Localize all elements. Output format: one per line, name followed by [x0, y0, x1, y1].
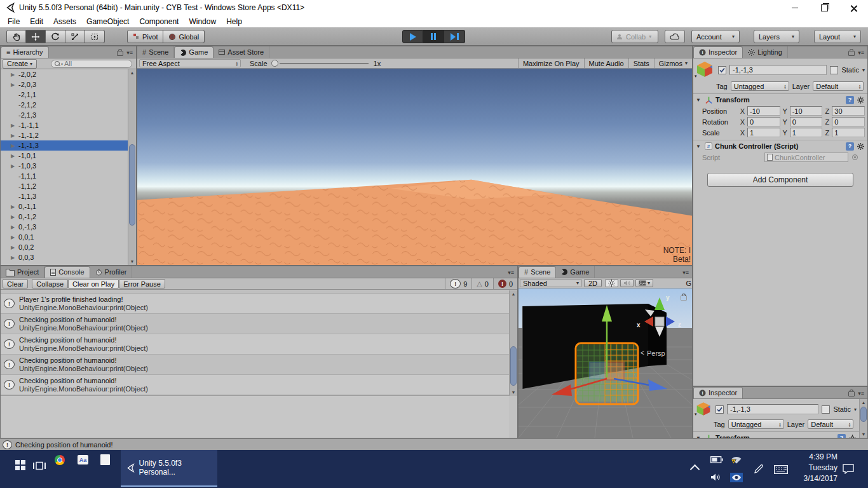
console-scrollbar[interactable]: ▲ ▼	[509, 290, 517, 396]
tab-asset-store[interactable]: Asset Store	[214, 46, 269, 58]
expand-arrow-icon[interactable]: ▶	[11, 123, 18, 128]
hierarchy-item[interactable]: -2,1,1	[1, 90, 136, 100]
hierarchy-item[interactable]: ▶-2,0,2	[1, 69, 136, 79]
tag-dropdown[interactable]: Untagged ▴▾	[728, 419, 784, 429]
lock-icon[interactable]	[848, 51, 855, 56]
tab-lighting[interactable]: Lighting	[743, 46, 788, 58]
rotation-x-field[interactable]: 0	[747, 117, 780, 126]
expand-arrow-icon[interactable]: ▶	[11, 234, 18, 240]
expand-arrow-icon[interactable]: ▶	[11, 214, 18, 220]
menu-file[interactable]: File	[3, 17, 25, 26]
object-picker-icon[interactable]	[851, 154, 858, 161]
chunk-controller-header[interactable]: ▼ # Chunk Controller (Script) ?	[693, 140, 867, 152]
scale-x-field[interactable]: 1	[747, 128, 780, 137]
menu-edit[interactable]: Edit	[25, 17, 48, 26]
scene-viewport[interactable]: y x z < Persp	[519, 288, 692, 438]
dictionary-taskbar-button[interactable]: Aa	[78, 455, 88, 464]
scrollbar-thumb[interactable]	[129, 144, 135, 226]
panel-menu-icon[interactable]: ▾≡	[508, 269, 514, 276]
scale-slider-knob[interactable]	[271, 60, 278, 67]
volume-tray-icon[interactable]	[710, 473, 721, 482]
gameobject-name-field[interactable]: -1,-1,3	[729, 65, 827, 75]
menu-help[interactable]: Help	[221, 17, 247, 26]
tab-game-mini[interactable]: Game	[556, 266, 595, 278]
game-viewport[interactable]: NOTE: I Beta!	[137, 69, 692, 265]
aspect-dropdown[interactable]: Free Aspect ▴▾	[139, 59, 241, 67]
hierarchy-item[interactable]: ▶0,0,2	[1, 242, 136, 252]
tray-overflow-button[interactable]	[691, 466, 698, 473]
hierarchy-item[interactable]: -1,1,1	[1, 171, 136, 181]
foldout-icon[interactable]: ▼	[696, 144, 702, 149]
tab-game[interactable]: Game	[174, 46, 214, 58]
lock-icon[interactable]	[848, 391, 855, 396]
tab-scene[interactable]: #Scene	[137, 46, 174, 58]
rect-tool-button[interactable]	[85, 30, 105, 43]
help-icon[interactable]: ?	[837, 434, 846, 439]
scale-y-field[interactable]: 1	[790, 128, 823, 137]
rotation-y-field[interactable]: 0	[790, 117, 823, 126]
console-log-entry[interactable]: !Checking position of humanoid!UnityEngi…	[1, 334, 509, 355]
hierarchy-item[interactable]: ▶-2,0,3	[1, 79, 136, 90]
panel-menu-icon[interactable]: ▾≡	[858, 390, 864, 396]
expand-arrow-icon[interactable]: ▶	[11, 163, 18, 169]
add-component-button[interactable]: Add Component	[707, 173, 853, 187]
tag-dropdown[interactable]: Untagged ▴▾	[731, 81, 789, 91]
gameobject-name-field[interactable]: -1,-1,3	[727, 404, 818, 414]
gizmos-clipped-label[interactable]: G	[686, 280, 692, 287]
menu-window[interactable]: Window	[184, 17, 221, 26]
unity-taskbar-button[interactable]: Unity 5.5.0f3 Personal...	[121, 450, 217, 487]
lighting-toggle-button[interactable]	[605, 279, 618, 287]
scroll-up-icon[interactable]: ▲	[510, 292, 517, 296]
global-toggle-button[interactable]: Global	[163, 30, 205, 43]
restore-button[interactable]	[810, 0, 839, 15]
shading-dropdown[interactable]: Shaded ▾	[520, 279, 582, 287]
help-icon[interactable]: ?	[846, 96, 854, 104]
scroll-up-icon[interactable]: ▲	[860, 400, 867, 405]
hierarchy-item[interactable]: ▶0,-1,2	[1, 212, 136, 222]
pause-button[interactable]	[423, 30, 444, 43]
gizmos-dropdown[interactable]: Gizmos▾	[654, 58, 692, 68]
expand-arrow-icon[interactable]: ▶	[11, 133, 18, 139]
hierarchy-item[interactable]: ▶0,0,1	[1, 232, 136, 242]
hierarchy-item[interactable]: -2,1,3	[1, 110, 136, 120]
action-center-button[interactable]	[843, 464, 854, 474]
expand-arrow-icon[interactable]: ▶	[11, 255, 18, 261]
gameobject-icon-button[interactable]: ▾	[696, 61, 715, 79]
hierarchy-item[interactable]: ▶0,0,3	[1, 252, 136, 262]
effects-dropdown[interactable]: ▾	[635, 279, 653, 287]
stats-button[interactable]: Stats	[628, 58, 654, 68]
menu-assets[interactable]: Assets	[48, 17, 81, 26]
script-object-field[interactable]: ChunkController	[764, 152, 848, 162]
position-x-field[interactable]: -10	[747, 106, 780, 116]
hierarchy-item[interactable]: -1,1,3	[1, 191, 136, 201]
error-count-toggle[interactable]: !0	[493, 278, 517, 289]
tab-profiler[interactable]: Profiler	[90, 266, 133, 278]
hierarchy-item[interactable]: ▶-1,-1,2	[1, 130, 136, 140]
gear-icon[interactable]	[857, 96, 865, 104]
expand-arrow-icon[interactable]: ▶	[11, 204, 18, 210]
hierarchy-item[interactable]: ▶-1,-1,3	[1, 140, 136, 151]
layout-dropdown[interactable]: Layout▾	[814, 30, 861, 43]
hierarchy-scrollbar[interactable]: ▲ ▼	[128, 69, 136, 265]
move-tool-button[interactable]	[26, 30, 46, 43]
expand-arrow-icon[interactable]: ▶	[11, 72, 18, 78]
battery-tray-icon[interactable]	[710, 456, 723, 463]
clear-button[interactable]: Clear	[3, 279, 28, 288]
expand-arrow-icon[interactable]: ▶	[11, 143, 18, 149]
gear-icon[interactable]	[857, 142, 865, 151]
hierarchy-item[interactable]: ▶-1,0,3	[1, 161, 136, 171]
clear-on-play-button[interactable]: Clear on Play	[68, 279, 119, 288]
scroll-down-icon[interactable]: ▼	[128, 259, 136, 264]
taskbar-clock[interactable]: 4:39 PM Tuesday 3/14/2017	[789, 452, 837, 484]
tab-hierarchy[interactable]: ≡ Hierarchy	[1, 46, 49, 58]
expand-arrow-icon[interactable]: ▶	[11, 153, 18, 159]
cloud-button[interactable]	[665, 30, 685, 43]
persp-label[interactable]: Persp	[647, 349, 665, 357]
task-view-button[interactable]	[33, 461, 46, 470]
close-button[interactable]	[839, 0, 868, 15]
panel-menu-icon[interactable]: ▾≡	[126, 50, 133, 56]
keyboard-tray-icon[interactable]	[774, 465, 788, 474]
hierarchy-item[interactable]: ▶-1,-1,1	[1, 120, 136, 130]
audio-toggle-button[interactable]	[620, 279, 634, 287]
layer-dropdown[interactable]: Default ▴▾	[813, 81, 864, 91]
